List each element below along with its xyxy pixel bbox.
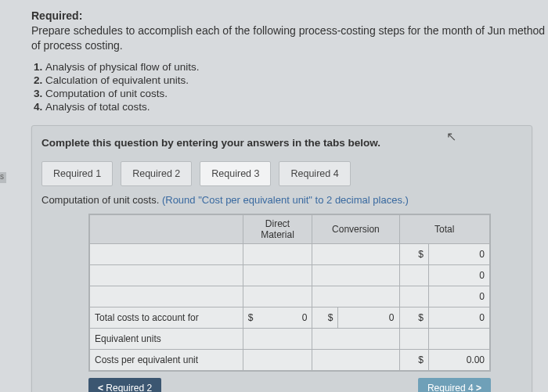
cell-dm[interactable] — [243, 264, 312, 286]
step-1: Analysis of physical flow of units. — [45, 61, 548, 73]
cell-cv[interactable] — [312, 286, 399, 307]
answer-panel: Complete this question by entering your … — [31, 125, 532, 392]
cell-label[interactable] — [90, 264, 243, 286]
cell-dm[interactable] — [243, 286, 312, 307]
cell-dm[interactable] — [243, 328, 312, 349]
cell-total-currency: $ — [399, 243, 428, 264]
cursor-icon: ↖ — [446, 129, 456, 144]
side-marker: s — [0, 172, 6, 183]
cell-total-currency — [399, 286, 428, 307]
cell-total-value: 0 — [428, 243, 489, 264]
tabs: Required 1 Required 2 Required 3 Require… — [41, 161, 522, 186]
step-4: Analysis of total costs. — [45, 101, 548, 113]
page: Required: Prepare schedules to accomplis… — [0, 0, 548, 392]
cell-cv[interactable] — [312, 264, 399, 286]
table-row: 0 — [90, 264, 490, 286]
cell-label[interactable] — [90, 286, 243, 307]
cell-dm[interactable] — [243, 349, 312, 370]
cell-cv[interactable] — [312, 328, 399, 349]
header-total: Total — [399, 214, 490, 243]
prev-button[interactable]: < Required 2 — [88, 378, 161, 392]
cell-total-currency — [399, 328, 428, 349]
cell-cv: 0 — [338, 307, 399, 328]
cell-label: Costs per equivalent unit — [90, 349, 243, 370]
cell-total-value: 0 — [428, 307, 489, 328]
table-row: 0 — [90, 286, 490, 307]
required-text: Prepare schedules to accomplish each of … — [31, 23, 548, 53]
cost-table: Direct Material Conversion Total $ 0 — [88, 214, 491, 372]
sub-instruction-hint: (Round "Cost per equivalent unit" to 2 d… — [162, 194, 409, 206]
chevron-right-icon: > — [476, 383, 481, 392]
header-conversion: Conversion — [312, 214, 399, 243]
sub-instruction: Computation of unit costs. (Round "Cost … — [41, 194, 522, 206]
prev-label: Required 2 — [106, 383, 152, 392]
header-blank — [90, 214, 243, 243]
step-3: Computation of unit costs. — [45, 88, 548, 99]
tab-required-3[interactable]: Required 3 — [200, 161, 271, 186]
cell-dm: $0 — [243, 307, 312, 328]
cell-label[interactable] — [90, 243, 243, 264]
cell-cv-currency: $ — [312, 307, 338, 328]
steps-list: Analysis of physical flow of units. Calc… — [31, 61, 548, 113]
table-row-equivalent-units: Equivalent units — [90, 328, 490, 349]
cell-cv[interactable] — [312, 243, 399, 264]
cell-total-value: 0 — [428, 264, 489, 286]
table-row-cost-per-unit: Costs per equivalent unit $ 0.00 — [90, 349, 490, 370]
sub-instruction-main: Computation of unit costs. — [41, 194, 162, 206]
next-button[interactable]: Required 4 > — [418, 378, 491, 392]
cell-total-currency: $ — [399, 307, 428, 328]
required-label: Required: — [31, 9, 82, 22]
tab-required-2[interactable]: Required 2 — [121, 161, 192, 186]
cell-label: Equivalent units — [90, 328, 243, 349]
cell-dm[interactable] — [243, 243, 312, 264]
cell-label: Total costs to account for — [90, 307, 243, 328]
cell-total-value: 0.00 — [428, 349, 489, 370]
step-2: Calculation of equivalent units. — [45, 74, 548, 86]
table-row: $ 0 — [90, 243, 490, 264]
tab-required-4[interactable]: Required 4 — [279, 161, 350, 186]
cell-cv[interactable] — [312, 349, 399, 370]
cell-total-currency: $ — [399, 349, 428, 370]
table-row-total-costs: Total costs to account for $0 $ 0 $ 0 — [90, 307, 490, 328]
chevron-left-icon: < — [98, 383, 103, 392]
tab-required-1[interactable]: Required 1 — [41, 161, 113, 186]
cell-total-currency — [399, 264, 428, 286]
next-label: Required 4 — [427, 383, 474, 392]
nav-row: < Required 2 Required 4 > — [88, 378, 491, 392]
cell-total-value: 0 — [428, 286, 489, 307]
header-direct-material: Direct Material — [243, 214, 312, 243]
cell-total-value — [428, 328, 489, 349]
